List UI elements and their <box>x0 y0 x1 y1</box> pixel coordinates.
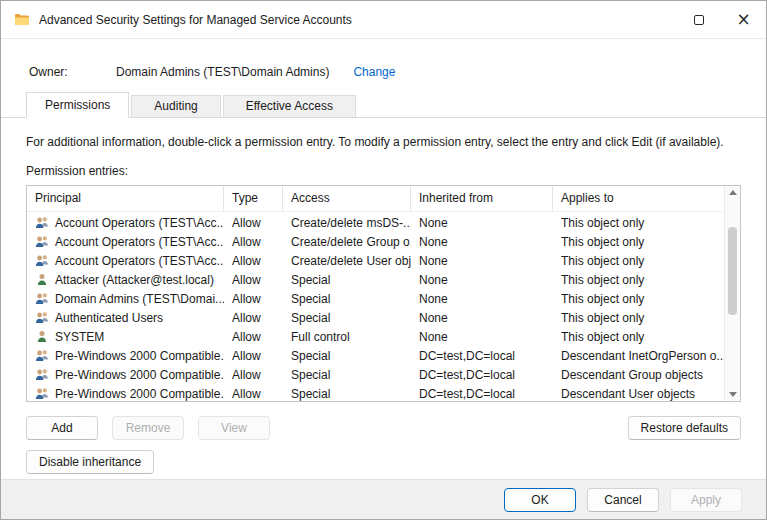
table-row[interactable]: Account Operators (TEST\Acc... Allow Cre… <box>27 251 724 270</box>
principal-icon <box>34 215 50 230</box>
cell-principal: Authenticated Users <box>55 311 163 325</box>
owner-label: Owner: <box>29 65 116 79</box>
cell-type: Allow <box>224 330 283 344</box>
change-owner-link[interactable]: Change <box>353 65 395 79</box>
cell-type: Allow <box>224 254 283 268</box>
cell-inherited-from: None <box>411 273 553 287</box>
cell-applies-to: Descendant Group objects <box>553 368 724 382</box>
inheritance-row: Disable inheritance <box>26 450 741 474</box>
remove-button[interactable]: Remove <box>112 416 184 440</box>
cell-inherited-from: None <box>411 311 553 325</box>
principal-icon <box>34 272 50 287</box>
owner-row: Owner: Domain Admins (TEST\Domain Admins… <box>29 65 741 79</box>
principal-icon <box>34 310 50 325</box>
dialog-window: Advanced Security Settings for Managed S… <box>0 0 767 520</box>
principal-icon <box>34 291 50 306</box>
cell-inherited-from: None <box>411 235 553 249</box>
principal-icon <box>34 367 50 382</box>
table-row[interactable]: SYSTEM Allow Full control None This obje… <box>27 327 724 346</box>
cell-access: Create/delete Group o... <box>283 235 411 249</box>
table-row[interactable]: Pre-Windows 2000 Compatible... Allow Spe… <box>27 384 724 401</box>
column-header-principal[interactable]: Principal <box>27 186 224 211</box>
cell-principal: Pre-Windows 2000 Compatible... <box>55 349 224 363</box>
cell-applies-to: This object only <box>553 254 724 268</box>
cell-type: Allow <box>224 387 283 401</box>
cell-principal: SYSTEM <box>55 330 104 344</box>
vertical-scrollbar[interactable] <box>724 186 740 401</box>
cell-type: Allow <box>224 368 283 382</box>
permission-entries-label: Permission entries: <box>26 164 741 178</box>
table-row[interactable]: Account Operators (TEST\Acc... Allow Cre… <box>27 213 724 232</box>
table-row[interactable]: Pre-Windows 2000 Compatible... Allow Spe… <box>27 346 724 365</box>
close-icon: × <box>736 11 750 28</box>
apply-button[interactable]: Apply <box>670 488 742 512</box>
column-header-type[interactable]: Type <box>224 186 283 211</box>
window-title: Advanced Security Settings for Managed S… <box>39 13 676 27</box>
cell-principal: Account Operators (TEST\Acc... <box>55 235 224 249</box>
scrollbar-track[interactable] <box>725 195 740 392</box>
cell-access: Create/delete User obj... <box>283 254 411 268</box>
ok-button[interactable]: OK <box>504 488 576 512</box>
dialog-footer: OK Cancel Apply <box>1 479 766 519</box>
disable-inheritance-button[interactable]: Disable inheritance <box>26 450 154 474</box>
cell-applies-to: This object only <box>553 273 724 287</box>
principal-icon <box>34 348 50 363</box>
cell-type: Allow <box>224 235 283 249</box>
cell-inherited-from: None <box>411 216 553 230</box>
table-body: Account Operators (TEST\Acc... Allow Cre… <box>27 212 724 401</box>
folder-icon <box>14 12 30 28</box>
cell-type: Allow <box>224 292 283 306</box>
table-main: Principal Type Access Inherited from App… <box>27 186 724 401</box>
cell-access: Special <box>283 387 411 401</box>
table-row[interactable]: Attacker (Attacker@test.local) Allow Spe… <box>27 270 724 289</box>
scrollbar-thumb[interactable] <box>728 227 737 316</box>
column-header-inherited-from[interactable]: Inherited from <box>411 186 553 211</box>
cell-principal: Pre-Windows 2000 Compatible... <box>55 368 224 382</box>
cell-applies-to: Descendant User objects <box>553 387 724 401</box>
cell-principal: Account Operators (TEST\Acc... <box>55 254 224 268</box>
close-button[interactable]: × <box>721 1 766 38</box>
table-row[interactable]: Pre-Windows 2000 Compatible... Allow Spe… <box>27 365 724 384</box>
table-actions: Add Remove View Restore defaults <box>26 416 741 440</box>
cell-principal: Account Operators (TEST\Acc... <box>55 216 224 230</box>
cell-applies-to: This object only <box>553 216 724 230</box>
cell-type: Allow <box>224 216 283 230</box>
scroll-down-icon[interactable] <box>729 392 737 397</box>
info-text: For additional information, double-click… <box>26 135 741 149</box>
tab-effective-access[interactable]: Effective Access <box>223 95 356 117</box>
owner-value: Domain Admins (TEST\Domain Admins) <box>116 65 329 79</box>
column-header-access[interactable]: Access <box>283 186 411 211</box>
view-button[interactable]: View <box>198 416 270 440</box>
tab-permissions[interactable]: Permissions <box>26 92 129 118</box>
cell-type: Allow <box>224 311 283 325</box>
titlebar: Advanced Security Settings for Managed S… <box>1 1 766 39</box>
cell-access: Special <box>283 292 411 306</box>
cell-applies-to: Descendant InetOrgPerson o... <box>553 349 724 363</box>
table-row[interactable]: Authenticated Users Allow Special None T… <box>27 308 724 327</box>
principal-icon <box>34 253 50 268</box>
table-row[interactable]: Account Operators (TEST\Acc... Allow Cre… <box>27 232 724 251</box>
restore-defaults-button[interactable]: Restore defaults <box>628 416 741 440</box>
cell-principal: Attacker (Attacker@test.local) <box>55 273 214 287</box>
cell-access: Full control <box>283 330 411 344</box>
cell-applies-to: This object only <box>553 330 724 344</box>
cell-type: Allow <box>224 349 283 363</box>
table-row[interactable]: Domain Admins (TEST\Domai... Allow Speci… <box>27 289 724 308</box>
cell-inherited-from: DC=test,DC=local <box>411 368 553 382</box>
maximize-icon <box>694 15 704 25</box>
column-header-applies-to[interactable]: Applies to <box>553 186 724 211</box>
principal-icon <box>34 386 50 401</box>
maximize-button[interactable] <box>676 1 721 38</box>
cell-applies-to: This object only <box>553 292 724 306</box>
cell-access: Special <box>283 368 411 382</box>
add-button[interactable]: Add <box>26 416 98 440</box>
cell-inherited-from: None <box>411 330 553 344</box>
tab-auditing[interactable]: Auditing <box>131 95 220 117</box>
principal-icon <box>34 234 50 249</box>
cell-inherited-from: DC=test,DC=local <box>411 349 553 363</box>
tabstrip: Permissions Auditing Effective Access <box>1 92 766 118</box>
cell-applies-to: This object only <box>553 235 724 249</box>
cancel-button[interactable]: Cancel <box>587 488 659 512</box>
cell-inherited-from: None <box>411 254 553 268</box>
cell-applies-to: This object only <box>553 311 724 325</box>
